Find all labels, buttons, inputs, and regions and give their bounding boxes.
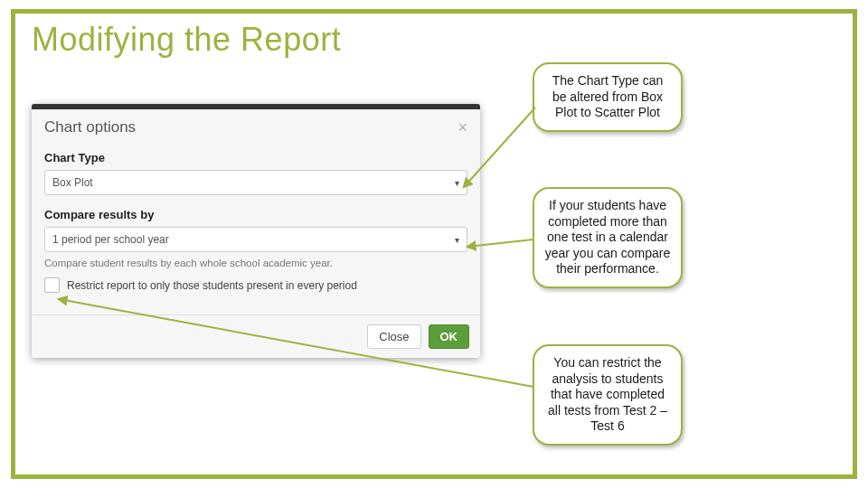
chevron-down-icon: ▾ <box>455 178 459 188</box>
compare-by-select[interactable]: 1 period per school year ▾ <box>44 227 467 252</box>
chart-type-value: Box Plot <box>52 176 93 189</box>
modal-header: Chart options × <box>32 109 480 147</box>
chart-type-label: Chart Type <box>44 151 467 164</box>
slide-title: Modifying the Report <box>32 21 341 59</box>
callout-restrict: You can restrict the analysis to student… <box>533 344 683 446</box>
ok-button[interactable]: OK <box>429 324 470 349</box>
modal-title: Chart options <box>44 118 136 136</box>
compare-by-value: 1 period per school year <box>52 233 169 246</box>
close-button[interactable]: Close <box>367 324 420 349</box>
close-icon[interactable]: × <box>458 119 467 136</box>
restrict-row: Restrict report to only those students p… <box>44 277 467 293</box>
restrict-checkbox[interactable] <box>44 277 60 293</box>
compare-by-help: Compare student results by each whole sc… <box>44 258 467 268</box>
chart-type-select[interactable]: Box Plot ▾ <box>44 170 467 195</box>
chevron-down-icon: ▾ <box>455 235 459 245</box>
callout-compare: If your students have completed more tha… <box>533 187 683 288</box>
modal-footer: Close OK <box>32 314 480 358</box>
restrict-label: Restrict report to only those students p… <box>67 279 357 292</box>
compare-by-label: Compare results by <box>44 208 467 221</box>
slide-frame: Modifying the Report Chart options × Cha… <box>11 9 857 479</box>
chart-options-modal: Chart options × Chart Type Box Plot ▾ Co… <box>32 104 480 358</box>
callout-chart-type: The Chart Type can be altered from Box P… <box>533 62 683 132</box>
modal-body: Chart Type Box Plot ▾ Compare results by… <box>32 151 480 314</box>
